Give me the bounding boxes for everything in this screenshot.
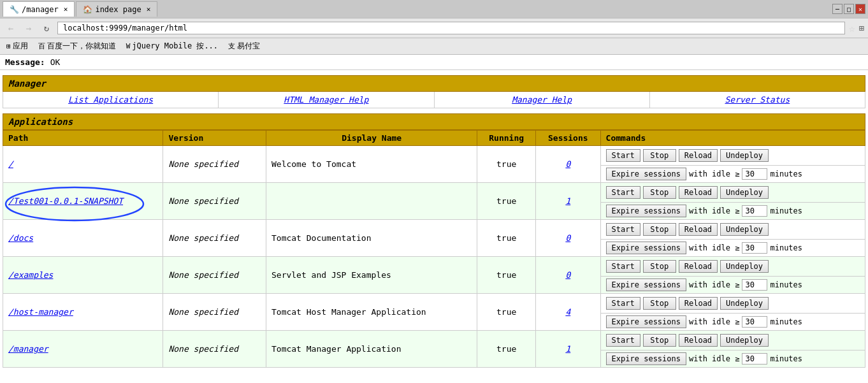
cell-display-name: Tomcat Documentation (266, 220, 477, 257)
start-button[interactable]: Start (606, 186, 640, 199)
app-path-link[interactable]: /host-manager (8, 307, 73, 317)
close-button[interactable]: ✕ (855, 4, 865, 14)
idle-minutes-input[interactable] (742, 205, 767, 217)
tab-manager[interactable]: 🔧 /manager ✕ (3, 1, 75, 17)
bookmark-baidu-label: 百度一下，你就知道 (47, 41, 116, 52)
app-path-link[interactable]: /Test001-0.0.1-SNAPSHOT (8, 196, 123, 206)
applications-table: Path Version Display Name Running Sessio… (3, 130, 865, 368)
tab-index[interactable]: 🏠 index page ✕ (76, 1, 157, 17)
undeploy-button[interactable]: Undeploy (720, 334, 769, 347)
bookmark-apps[interactable]: ⊞ 应用 (4, 40, 31, 53)
tab-index-label: index page (95, 5, 141, 14)
cell-path: /manager (3, 331, 163, 368)
idle-minutes-input[interactable] (742, 316, 767, 328)
minutes-label: minutes (770, 354, 802, 363)
app-path-link[interactable]: / (8, 159, 13, 169)
table-wrapper: Path Version Display Name Running Sessio… (3, 130, 865, 368)
undeploy-button[interactable]: Undeploy (720, 223, 769, 236)
nav-server-status[interactable]: Server Status (650, 92, 865, 108)
tab-manager-close[interactable]: ✕ (64, 5, 68, 13)
idle-minutes-input[interactable] (742, 279, 767, 291)
expire-sessions-button[interactable]: Expire sessions (606, 242, 686, 254)
start-button[interactable]: Start (606, 223, 640, 236)
app-path-link[interactable]: /examples (8, 270, 53, 280)
col-version: Version (163, 131, 266, 146)
forward-button[interactable]: → (22, 21, 36, 35)
undeploy-button[interactable]: Undeploy (720, 297, 769, 310)
cell-sessions: 1 (535, 183, 600, 220)
stop-button[interactable]: Stop (643, 223, 676, 236)
stop-button[interactable]: Stop (643, 149, 676, 162)
cell-path: /docs (3, 220, 163, 257)
expire-sessions-button[interactable]: Expire sessions (606, 168, 686, 180)
stop-button[interactable]: Stop (643, 186, 676, 199)
nav-list-applications[interactable]: List Applications (3, 92, 219, 108)
stop-button[interactable]: Stop (643, 260, 676, 273)
with-idle-label: with idle ≥ (689, 317, 739, 326)
expire-sessions-button[interactable]: Expire sessions (606, 205, 686, 217)
undeploy-button[interactable]: Undeploy (720, 186, 769, 199)
sessions-link[interactable]: 1 (565, 344, 570, 354)
reload-button[interactable]: Reload (679, 297, 718, 310)
stop-button[interactable]: Stop (643, 334, 676, 347)
sessions-link[interactable]: 0 (565, 233, 570, 243)
maximize-button[interactable]: □ (844, 4, 854, 14)
reload-button[interactable]: Reload (679, 186, 718, 199)
table-header-row: Path Version Display Name Running Sessio… (3, 131, 865, 146)
stop-button[interactable]: Stop (643, 297, 676, 310)
col-path: Path (3, 131, 163, 146)
idle-minutes-input[interactable] (742, 168, 767, 180)
nav-html-manager-help[interactable]: HTML Manager Help (219, 92, 434, 108)
minimize-button[interactable]: ─ (832, 4, 843, 14)
cell-display-name: Tomcat Host Manager Application (266, 294, 477, 331)
apps-section: Applications Path Version Display Name R… (3, 113, 865, 368)
nav-manager-help[interactable]: Manager Help (435, 92, 650, 108)
idle-minutes-input[interactable] (742, 242, 767, 254)
app-path-link[interactable]: /manager (8, 344, 48, 354)
sessions-link[interactable]: 0 (565, 270, 570, 280)
start-button[interactable]: Start (606, 149, 640, 162)
jquery-icon: W (126, 42, 131, 50)
expire-sessions-button[interactable]: Expire sessions (606, 315, 686, 328)
bookmark-baidu[interactable]: 百 百度一下，你就知道 (36, 40, 119, 53)
reload-button[interactable]: Reload (679, 223, 718, 236)
refresh-button[interactable]: ↻ (40, 21, 54, 35)
reload-button[interactable]: Reload (679, 334, 718, 347)
start-button[interactable]: Start (606, 297, 640, 310)
address-bar[interactable] (57, 22, 845, 34)
reload-button[interactable]: Reload (679, 260, 718, 273)
apps-title: Applications (8, 117, 73, 127)
manager-header: Manager (3, 75, 865, 92)
sessions-link[interactable]: 1 (565, 196, 570, 206)
app-path-link[interactable]: /docs (8, 233, 33, 243)
reload-button[interactable]: Reload (679, 149, 718, 162)
col-sessions: Sessions (535, 131, 600, 146)
bookmark-yifubao-label: 易付宝 (237, 41, 260, 52)
expire-sessions-button[interactable]: Expire sessions (606, 352, 686, 365)
minutes-label: minutes (770, 243, 802, 252)
bookmark-yifubao[interactable]: 支 易付宝 (226, 40, 263, 53)
bookmarks-bar: ⊞ 应用 百 百度一下，你就知道 W jQuery Mobile 按... 支 … (0, 38, 868, 55)
cell-commands-top: StartStopReloadUndeploy (600, 146, 865, 166)
bookmark-jquery[interactable]: W jQuery Mobile 按... (124, 40, 221, 53)
table-row: /examplesNone specifiedServlet and JSP E… (3, 257, 865, 277)
undeploy-button[interactable]: Undeploy (720, 149, 769, 162)
undeploy-button[interactable]: Undeploy (720, 260, 769, 273)
expire-sessions-button[interactable]: Expire sessions (606, 278, 686, 291)
start-button[interactable]: Start (606, 334, 640, 347)
back-button[interactable]: ← (4, 21, 18, 35)
cell-display-name: Tomcat Manager Application (266, 331, 477, 368)
minutes-label: minutes (770, 206, 802, 215)
bookmark-star[interactable]: ☆ (849, 22, 855, 34)
cell-sessions: 1 (535, 331, 600, 368)
with-idle-label: with idle ≥ (689, 206, 739, 215)
browser-window: 🔧 /manager ✕ 🏠 index page ✕ ─ □ ✕ ← → ↻ … (0, 0, 868, 55)
sessions-link[interactable]: 4 (565, 307, 570, 317)
cell-display-name (266, 183, 477, 220)
cell-commands-top: StartStopReloadUndeploy (600, 294, 865, 314)
start-button[interactable]: Start (606, 260, 640, 273)
tab-index-close[interactable]: ✕ (147, 5, 151, 13)
manager-section: Manager List Applications HTML Manager H… (3, 75, 865, 108)
idle-minutes-input[interactable] (742, 353, 767, 365)
sessions-link[interactable]: 0 (565, 159, 570, 169)
